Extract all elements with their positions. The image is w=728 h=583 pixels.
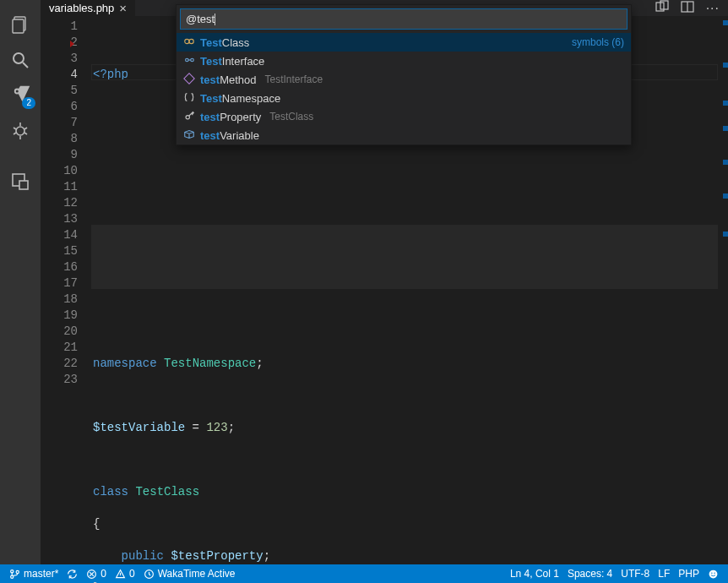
svg-point-4: [15, 90, 19, 94]
search-icon[interactable]: [0, 42, 41, 78]
editor-area: variables.php × ··· 12345678910111213141…: [41, 0, 728, 564]
activity-bar: 2: [0, 0, 41, 564]
tab-actions: ···: [655, 0, 728, 16]
svg-line-8: [14, 128, 16, 129]
symbol-class-icon: [183, 35, 195, 50]
line-gutter: 1234567891011121314151617181920212223: [41, 16, 93, 583]
quick-open-list: TestClasssymbols (6)TestInterfacetestMet…: [177, 33, 631, 144]
tab-variables-php[interactable]: variables.php ×: [41, 0, 135, 16]
svg-point-19: [189, 39, 193, 43]
svg-rect-1: [13, 19, 24, 33]
svg-point-2: [14, 53, 24, 63]
quick-open-item[interactable]: testPropertyTestClass: [177, 107, 631, 126]
symbol-property-icon: [183, 110, 195, 124]
symbol-count: symbols (6): [572, 36, 624, 48]
svg-point-20: [186, 58, 189, 62]
quick-open-item[interactable]: testMethodTestInterface: [177, 70, 631, 89]
overview-ruler[interactable]: [718, 16, 728, 583]
symbol-label: testProperty: [200, 111, 261, 123]
symbol-label: testMethod: [200, 74, 257, 86]
symbol-label: TestNamespace: [200, 92, 280, 105]
svg-line-10: [24, 128, 27, 129]
symbol-label: TestClass: [200, 36, 249, 49]
extensions-icon[interactable]: [0, 164, 41, 199]
symbol-container: TestClass: [269, 111, 313, 123]
svg-point-5: [16, 127, 24, 135]
quick-open-item[interactable]: TestInterface: [177, 52, 631, 70]
svg-point-26: [11, 575, 14, 578]
debug-icon[interactable]: [0, 113, 41, 149]
svg-point-18: [185, 39, 189, 43]
svg-rect-23: [184, 73, 194, 83]
symbol-variable-icon: [183, 128, 195, 143]
symbol-method-icon: [183, 73, 195, 87]
svg-point-21: [191, 58, 194, 62]
symbol-range-highlight: [91, 225, 718, 289]
tab-label: variables.php: [49, 2, 114, 14]
close-icon[interactable]: ×: [119, 1, 127, 15]
quick-open-item[interactable]: TestNamespace: [177, 89, 631, 107]
symbol-label: TestInterface: [200, 55, 264, 68]
scm-badge: 2: [22, 97, 35, 109]
symbol-label: testVariable: [200, 129, 259, 142]
quick-open-item[interactable]: TestClasssymbols (6): [177, 33, 631, 52]
quick-open-input[interactable]: @test: [180, 8, 627, 30]
compare-icon[interactable]: [655, 0, 669, 16]
quick-open-item[interactable]: testVariable: [177, 126, 631, 144]
svg-line-11: [24, 133, 27, 134]
symbol-namespace-icon: [183, 91, 195, 106]
quick-open-panel: @test TestClasssymbols (6)TestInterfacet…: [176, 4, 632, 145]
explorer-icon[interactable]: [0, 7, 41, 42]
more-icon[interactable]: ···: [706, 1, 720, 16]
svg-rect-13: [19, 181, 28, 189]
split-editor-icon[interactable]: [681, 0, 694, 16]
source-control-icon[interactable]: 2: [0, 78, 41, 113]
svg-point-24: [186, 115, 189, 118]
svg-point-27: [16, 570, 19, 573]
svg-line-9: [14, 133, 16, 134]
svg-point-25: [11, 569, 14, 572]
svg-line-3: [23, 63, 28, 68]
symbol-container: TestInterface: [265, 74, 323, 85]
symbol-interface-icon: [183, 54, 195, 68]
